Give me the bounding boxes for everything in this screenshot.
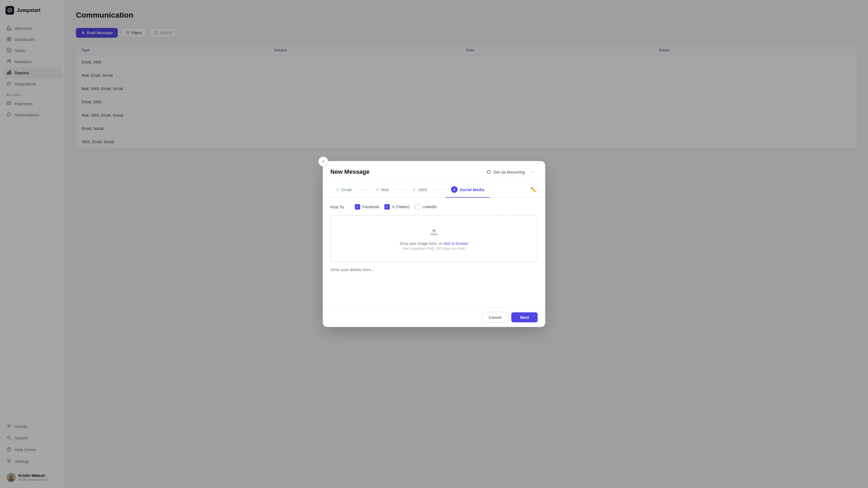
next-button[interactable]: Next [511, 312, 538, 322]
linkedin-label: LinkedIn [422, 205, 437, 209]
tab-mail[interactable]: ✓ Mail [370, 183, 394, 197]
close-button[interactable]: × [318, 157, 328, 166]
modal-header-actions: Set Up Recurring ⋯ [486, 167, 538, 176]
close-icon: × [322, 159, 324, 164]
new-message-modal: × New Message Set Up Recurring ⋯ [323, 161, 545, 327]
modal-tabs: ✓ Email ✓ Mail ✓ SMS 4 Social Media ✏️ [323, 182, 545, 198]
email-check-icon: ✓ [336, 187, 339, 192]
modal-header: New Message Set Up Recurring ⋯ [323, 161, 545, 182]
tab-sms[interactable]: ✓ SMS [407, 183, 433, 197]
modal-title: New Message [330, 168, 369, 175]
image-drop-zone[interactable]: Drop your image here, or click to browse… [330, 215, 538, 262]
drop-zone-text: Drop your image here, or click to browse [336, 241, 532, 246]
tab-divider-2 [395, 190, 406, 190]
post-textarea[interactable] [330, 267, 538, 300]
twitter-checkbox[interactable]: ✓ [384, 204, 390, 209]
drop-instruction: Drop your image here, or [400, 241, 443, 246]
modal-body: Post To ✓ Facebook ✓ X (Twitter) LinkedI… [323, 198, 545, 307]
social-tab-badge: 4 [451, 186, 458, 193]
post-to-row: Post To ✓ Facebook ✓ X (Twitter) LinkedI… [330, 204, 538, 209]
cancel-button[interactable]: Cancel [482, 312, 508, 323]
edit-icon[interactable]: ✏️ [529, 186, 538, 194]
three-dots-icon: ⋯ [530, 169, 535, 175]
mail-check-icon: ✓ [376, 187, 379, 192]
facebook-label: Facebook [362, 205, 379, 209]
twitter-option[interactable]: ✓ X (Twitter) [384, 204, 409, 209]
tab-email-label: Email [341, 187, 352, 192]
tab-divider-1 [358, 190, 369, 190]
svg-rect-21 [431, 233, 437, 234]
tab-sms-label: SMS [418, 187, 427, 192]
recurring-icon [486, 169, 491, 174]
linkedin-option[interactable]: LinkedIn [415, 204, 437, 209]
tab-social-label: Social Media [460, 187, 485, 192]
browse-link[interactable]: click to browse [443, 241, 468, 246]
setup-recurring-button[interactable]: Set Up Recurring [486, 169, 525, 174]
more-options-button[interactable]: ⋯ [528, 167, 538, 176]
tab-mail-label: Mail [381, 187, 389, 192]
linkedin-checkbox[interactable] [415, 204, 420, 209]
modal-overlay[interactable]: × New Message Set Up Recurring ⋯ [0, 0, 868, 488]
tab-divider-3 [434, 190, 444, 190]
modal-footer: Cancel Next [323, 307, 545, 327]
facebook-checkbox[interactable]: ✓ [355, 204, 360, 209]
post-to-label: Post To [330, 205, 349, 209]
tab-social[interactable]: 4 Social Media [446, 182, 490, 198]
sms-check-icon: ✓ [412, 187, 416, 192]
twitter-label: X (Twitter) [392, 205, 409, 209]
drop-zone-subtext: Files Supported: PNG, JPG (max size 2mb) [336, 247, 532, 251]
upload-icon [336, 226, 532, 238]
tab-email[interactable]: ✓ Email [330, 183, 357, 197]
setup-recurring-label: Set Up Recurring [493, 170, 525, 174]
facebook-option[interactable]: ✓ Facebook [355, 204, 379, 209]
